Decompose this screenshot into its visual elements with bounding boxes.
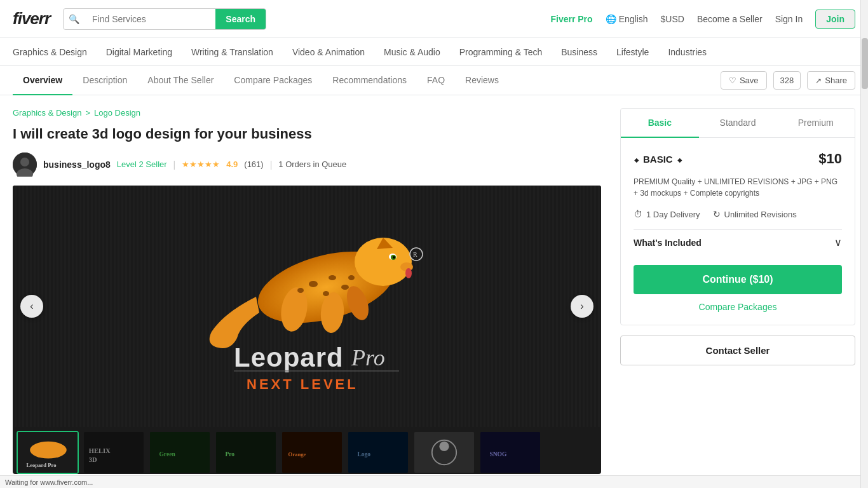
svg-text:Pro: Pro (351, 345, 385, 370)
svg-point-42 (439, 441, 449, 451)
tab-description[interactable]: Description (72, 66, 137, 95)
svg-point-13 (348, 275, 355, 280)
svg-text:NEXT LEVEL: NEXT LEVEL (247, 376, 358, 392)
save-button[interactable]: ♡ Save (721, 71, 767, 90)
language-label: English (619, 14, 648, 24)
nav-item-video[interactable]: Video & Animation (292, 39, 365, 65)
tab-overview[interactable]: Overview (13, 66, 72, 95)
header: fiverr 🔍 Search Fiverr Pro 🌐 English $US… (0, 0, 868, 38)
prev-slide-button[interactable]: ‹ (20, 295, 43, 318)
breadcrumb: Graphics & Design > Logo Design (13, 108, 601, 118)
nav-item-industries[interactable]: Industries (668, 39, 707, 65)
svg-text:Leopard: Leopard (234, 342, 344, 372)
svg-point-27 (30, 441, 67, 458)
thumbnails: Leopard Pro HELIX 3D (13, 427, 601, 474)
scrollbar[interactable] (860, 0, 868, 488)
avatar[interactable] (13, 152, 37, 177)
currency-selector[interactable]: $USD (661, 14, 684, 24)
nav-item-business[interactable]: Business (561, 39, 597, 65)
save-label: Save (740, 76, 759, 85)
thumbnail-5[interactable]: Orange (281, 431, 343, 474)
tab-recommendations[interactable]: Recommendations (322, 66, 417, 95)
save-count: 328 (773, 71, 801, 90)
revisions-feature: ↻ Unlimited Revisions (713, 209, 797, 219)
nav-item-programming[interactable]: Programming & Tech (459, 39, 542, 65)
gig-tabs: Overview Description About The Seller Co… (0, 66, 868, 95)
svg-text:Green: Green (159, 450, 175, 457)
whats-included-label: What's Included (634, 238, 702, 248)
tab-reviews[interactable]: Reviews (455, 66, 509, 95)
image-slider: R Leopard Pro NEXT LEVEL ‹ › (13, 186, 601, 474)
tabs-actions: ♡ Save 328 ↗ Share (721, 71, 855, 90)
svg-text:SNOG: SNOG (489, 450, 507, 457)
fiverr-pro-link[interactable]: Fiverr Pro (550, 14, 592, 24)
tab-about-seller[interactable]: About The Seller (137, 66, 224, 95)
search-bar: 🔍 Search (63, 8, 266, 30)
thumbnail-3[interactable]: Green (149, 431, 211, 474)
rating-stars: ★★★★★ (182, 159, 220, 169)
main-image: R Leopard Pro NEXT LEVEL ‹ › (13, 186, 601, 427)
svg-text:Logo: Logo (357, 450, 370, 457)
breadcrumb-child[interactable]: Logo Design (94, 108, 140, 118)
share-button[interactable]: ↗ Share (807, 71, 855, 90)
pkg-tab-basic[interactable]: Basic (621, 109, 699, 138)
logo-text: fiverr (13, 9, 50, 28)
svg-text:Pro: Pro (225, 450, 234, 457)
sign-in-link[interactable]: Sign In (775, 14, 803, 24)
svg-rect-40 (414, 431, 474, 473)
whats-included-toggle[interactable]: What's Included ∨ (634, 229, 842, 255)
package-sidebar: Basic Standard Premium ⬥ BASIC ⬥ $10 PRE… (620, 108, 855, 482)
thumbnail-1[interactable]: Leopard Pro (17, 431, 79, 474)
svg-text:3D: 3D (89, 456, 97, 463)
breadcrumb-separator: > (85, 108, 90, 118)
pkg-tab-standard[interactable]: Standard (699, 109, 777, 138)
header-right: Fiverr Pro 🌐 English $USD Become a Selle… (550, 10, 855, 29)
thumbnail-6[interactable]: Logo (347, 431, 409, 474)
delivery-label: 1 Day Delivery (646, 210, 700, 219)
nav-item-lifestyle[interactable]: Lifestyle (616, 39, 649, 65)
thumbnail-8[interactable]: SNOG (479, 431, 541, 474)
logo[interactable]: fiverr (13, 9, 50, 29)
next-slide-button[interactable]: › (571, 295, 593, 318)
search-icon: 🔍 (64, 14, 85, 24)
breadcrumb-parent[interactable]: Graphics & Design (13, 108, 81, 118)
package-description: PREMIUM Quality + UNLIMITED REVISIONS + … (634, 176, 842, 199)
search-input[interactable] (85, 9, 215, 29)
nav-item-writing[interactable]: Writing & Translation (191, 39, 273, 65)
package-features: ⏱ 1 Day Delivery ↻ Unlimited Revisions (634, 209, 842, 219)
svg-point-1 (20, 158, 29, 166)
svg-point-16 (393, 256, 395, 259)
tab-faq[interactable]: FAQ (417, 66, 455, 95)
compare-packages-link[interactable]: Compare Packages (634, 302, 842, 312)
package-tabs: Basic Standard Premium (621, 109, 855, 138)
language-selector[interactable]: 🌐 English (606, 14, 648, 24)
pkg-tab-premium[interactable]: Premium (776, 109, 855, 138)
thumbnail-2[interactable]: HELIX 3D (83, 431, 145, 474)
thumbnail-7[interactable] (413, 431, 475, 474)
svg-point-11 (341, 285, 349, 290)
seller-name[interactable]: business_logo8 (43, 159, 111, 170)
svg-text:Orange: Orange (288, 451, 306, 457)
nav-item-digital[interactable]: Digital Marketing (106, 39, 172, 65)
join-button[interactable]: Join (815, 10, 855, 29)
svg-point-10 (323, 291, 329, 296)
heart-icon: ♡ (729, 76, 736, 85)
contact-seller-button[interactable]: Contact Seller (620, 336, 855, 365)
svg-text:HELIX: HELIX (89, 447, 111, 454)
main-nav: Graphics & Design Digital Marketing Writ… (0, 38, 868, 66)
package-name-text: BASIC (643, 154, 673, 165)
search-button[interactable]: Search (215, 9, 266, 29)
thumbnail-4[interactable]: Pro (215, 431, 277, 474)
nav-item-music[interactable]: Music & Audio (384, 39, 440, 65)
nav-item-graphics[interactable]: Graphics & Design (13, 39, 87, 65)
tab-compare-packages[interactable]: Compare Packages (224, 66, 322, 95)
svg-point-8 (309, 281, 318, 287)
svg-point-19 (405, 268, 412, 278)
scrollbar-thumb[interactable] (862, 38, 868, 89)
continue-button[interactable]: Continue ($10) (634, 265, 842, 294)
rating-count: (161) (244, 159, 263, 169)
become-seller-link[interactable]: Become a Seller (697, 14, 763, 24)
svg-text:Leopard Pro: Leopard Pro (26, 462, 56, 468)
seller-level: Level 2 Seller (117, 159, 167, 169)
main-content: Graphics & Design > Logo Design I will c… (0, 95, 868, 488)
